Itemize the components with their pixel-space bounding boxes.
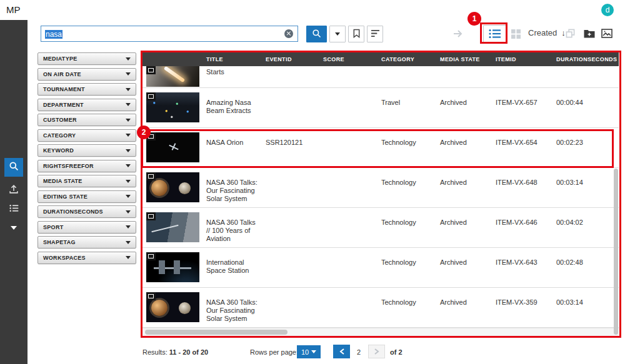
chevron-down-icon: [126, 256, 131, 259]
search-icon: [312, 29, 321, 40]
filter-rightsfreefor[interactable]: RIGHTSFREEFOR: [38, 160, 136, 172]
list-view-button[interactable]: [483, 25, 506, 44]
cell-category: Technology: [380, 288, 439, 327]
rail-expand-button[interactable]: [0, 219, 28, 237]
rows-per-page-label: Rows per page:: [250, 348, 298, 356]
table-row-item-vx-643[interactable]: International Space Station Technology A…: [142, 248, 619, 288]
chevron-down-icon: [126, 134, 131, 137]
cell-media-state: Archived: [439, 168, 494, 207]
filter-durationseconds[interactable]: DURATIONSECONDS: [38, 205, 136, 218]
chevron-down-icon: [126, 57, 131, 61]
search-input[interactable]: nasa: [41, 26, 298, 42]
filter-tournament[interactable]: TOURNAMENT: [38, 83, 136, 96]
media-format-badge-icon: [146, 66, 156, 74]
table-body: Starts Amazing Nasa Beam Extracts Travel…: [142, 66, 619, 328]
layers-icon[interactable]: [566, 29, 575, 41]
media-gallery-button[interactable]: [599, 27, 615, 42]
filter-customer[interactable]: CUSTOMER: [38, 114, 136, 126]
list-icon: [9, 203, 19, 216]
next-page-button[interactable]: [368, 345, 385, 358]
toolbar: nasa Created ↓: [28, 20, 625, 49]
filter-panel: MEDIATYPE ON AIR DATE TOURNAMENT DEPARTM…: [38, 52, 136, 267]
folder-add-icon: [584, 29, 595, 40]
media-format-badge-icon: [146, 292, 156, 300]
media-format-badge-icon: [146, 132, 156, 140]
cell-title: NASA 360 Talks // 100 Years of Aviation: [205, 208, 264, 247]
column-header-media-state[interactable]: MEDIA STATE: [439, 52, 494, 66]
chevron-down-icon: [126, 180, 131, 183]
filter-sport[interactable]: SPORT: [38, 221, 136, 234]
filter-label: CATEGORY: [43, 132, 76, 139]
add-folder-button[interactable]: [581, 27, 598, 42]
column-header-eventid[interactable]: EVENTID: [264, 52, 322, 66]
thumbnail: [146, 132, 199, 162]
chevron-down-icon: [126, 241, 131, 244]
filter-on-air-date[interactable]: ON AIR DATE: [38, 68, 136, 81]
cell-eventid: [264, 208, 322, 247]
user-avatar[interactable]: d: [601, 4, 614, 16]
filter-button[interactable]: [367, 26, 383, 42]
chevron-down-icon: [126, 195, 131, 198]
chevron-down-icon: [126, 210, 131, 214]
cell-duration: 00:00:44: [555, 88, 619, 127]
column-header-durationseconds[interactable]: DURATIONSECONDS: [555, 52, 619, 66]
grid-view-icon[interactable]: [511, 29, 521, 41]
search-button[interactable]: [306, 26, 327, 42]
cell-itemid: ITEM-VX-643: [494, 248, 555, 287]
search-options-dropdown[interactable]: [329, 26, 346, 42]
prev-page-button[interactable]: [333, 345, 350, 358]
chevron-down-icon: [126, 225, 131, 229]
cell-media-state: [439, 66, 494, 87]
table-row-item-vx-359[interactable]: NASA 360 Talks: Our Fascinating Solar Sy…: [142, 288, 619, 328]
column-header-itemid[interactable]: ITEMID: [494, 52, 555, 66]
rail-search-button[interactable]: [4, 158, 23, 177]
filter-media-state[interactable]: MEDIA STATE: [38, 175, 136, 187]
rail-queue-button[interactable]: [0, 200, 28, 218]
cell-media-state: Archived: [439, 208, 494, 247]
horizontal-scrollbar[interactable]: [145, 330, 288, 335]
table-row-item-vx-648[interactable]: NASA 360 Talks: Our Fascinating Solar Sy…: [142, 168, 619, 208]
filter-category[interactable]: CATEGORY: [38, 129, 136, 142]
app: MP d nasa: [0, 0, 625, 364]
cell-category: Travel: [380, 88, 439, 127]
cell-eventid: SSR120121: [264, 128, 322, 167]
cell-title: NASA Orion: [205, 128, 264, 167]
filter-label: KEYWORD: [43, 147, 74, 154]
bookmark-button[interactable]: [348, 26, 364, 42]
filter-shapetag[interactable]: SHAPETAG: [38, 236, 136, 248]
table-row-item-vx-646[interactable]: NASA 360 Talks // 100 Years of Aviation …: [142, 208, 619, 248]
column-header-score[interactable]: SCORE: [322, 52, 380, 66]
vertical-scrollbar[interactable]: [614, 169, 618, 335]
cell-media-state: Archived: [439, 248, 494, 287]
table-row-item-vx-657[interactable]: Amazing Nasa Beam Extracts Travel Archiv…: [142, 88, 619, 128]
table-row[interactable]: Starts: [142, 66, 619, 88]
gallery-icon: [601, 29, 612, 40]
filter-mediatype[interactable]: MEDIATYPE: [38, 52, 136, 65]
filter-workspaces[interactable]: WORKSPACES: [38, 252, 136, 264]
sort-dropdown[interactable]: Created ↓: [528, 28, 566, 37]
chevron-down-icon: [126, 164, 131, 167]
chevron-down-icon: [311, 350, 316, 353]
thumbnail: [146, 212, 199, 242]
send-to-icon[interactable]: [452, 29, 465, 41]
clear-search-icon[interactable]: [284, 29, 293, 38]
column-header-category[interactable]: CATEGORY: [380, 52, 439, 66]
rows-per-page-select[interactable]: 10: [297, 345, 321, 358]
filter-editing-state[interactable]: EDITING STATE: [38, 190, 136, 203]
rail-upload-button[interactable]: [0, 182, 28, 199]
filter-department[interactable]: DEPARTMENT: [38, 99, 136, 111]
column-header-title[interactable]: TITLE: [205, 52, 264, 66]
sort-label: Created: [528, 28, 557, 37]
cell-category: [380, 66, 439, 87]
table-row-item-vx-654[interactable]: NASA Orion SSR120121 Technology Archived…: [142, 128, 619, 168]
cell-eventid: [264, 168, 322, 207]
search-icon: [9, 161, 19, 174]
left-rail: [0, 20, 28, 364]
column-header-thumbnail: [142, 52, 205, 66]
filter-label: DEPARTMENT: [43, 102, 84, 108]
chevron-down-icon: [126, 149, 131, 152]
chevron-down-icon: [335, 32, 340, 36]
cell-title: NASA 360 Talks: Our Fascinating Solar Sy…: [205, 168, 264, 207]
filter-keyword[interactable]: KEYWORD: [38, 144, 136, 157]
filter-label: CUSTOMER: [43, 117, 77, 123]
